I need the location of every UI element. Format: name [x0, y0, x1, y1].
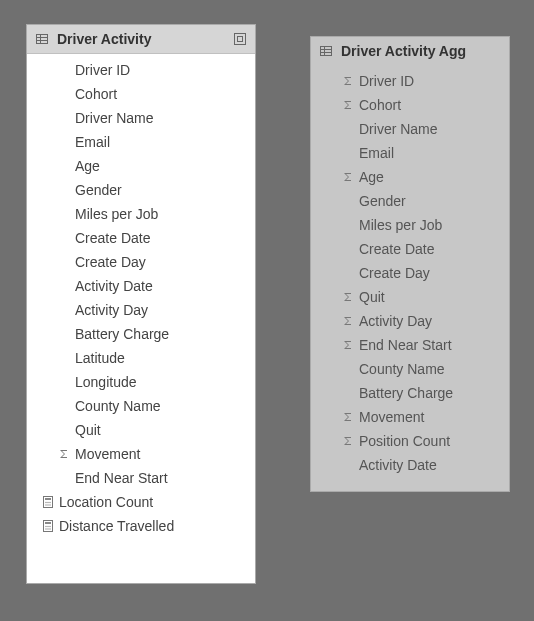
- field-row[interactable]: Create Day: [27, 250, 255, 274]
- field-row[interactable]: Location Count: [27, 490, 255, 514]
- panel-header[interactable]: Driver Activity Agg: [311, 37, 509, 65]
- field-label: Position Count: [359, 432, 499, 451]
- field-row[interactable]: Gender: [27, 178, 255, 202]
- field-label: Email: [75, 133, 245, 152]
- svg-rect-22: [321, 47, 332, 56]
- field-row[interactable]: Latitude: [27, 346, 255, 370]
- field-row[interactable]: Movement: [27, 442, 255, 466]
- table-panel-driver-activity[interactable]: Driver ActivityDriver IDCohortDriver Nam…: [26, 24, 256, 584]
- field-row[interactable]: Quit: [27, 418, 255, 442]
- calculator-icon: [37, 495, 59, 509]
- field-row[interactable]: Miles per Job: [311, 213, 509, 237]
- panel-title: Driver Activity Agg: [341, 43, 501, 59]
- field-label: Battery Charge: [75, 325, 245, 344]
- table-panel-driver-activity-agg[interactable]: Driver Activity AggDriver IDCohortDriver…: [310, 36, 510, 492]
- sigma-icon: [337, 171, 359, 183]
- svg-point-17: [47, 526, 48, 527]
- field-label: Cohort: [75, 85, 245, 104]
- field-label: Activity Date: [75, 277, 245, 296]
- field-label: Longitude: [75, 373, 245, 392]
- field-row[interactable]: County Name: [27, 394, 255, 418]
- field-label: County Name: [359, 360, 499, 379]
- field-label: Gender: [75, 181, 245, 200]
- svg-point-11: [45, 504, 46, 505]
- field-label: Driver ID: [359, 72, 499, 91]
- sigma-icon: [337, 339, 359, 351]
- field-label: Create Date: [359, 240, 499, 259]
- field-row[interactable]: Create Day: [311, 261, 509, 285]
- sigma-icon: [337, 291, 359, 303]
- field-row[interactable]: Activity Date: [311, 453, 509, 477]
- field-label: Activity Date: [359, 456, 499, 475]
- table-icon: [35, 32, 49, 46]
- field-row[interactable]: Battery Charge: [27, 322, 255, 346]
- sigma-icon: [337, 411, 359, 423]
- field-label: Quit: [75, 421, 245, 440]
- svg-point-20: [47, 528, 48, 529]
- field-label: Create Date: [75, 229, 245, 248]
- field-row[interactable]: Age: [311, 165, 509, 189]
- panel-body: Driver IDCohortDriver NameEmailAgeGender…: [27, 54, 255, 550]
- kpi-badge-icon: [233, 32, 247, 46]
- sigma-icon: [337, 99, 359, 111]
- field-label: Driver Name: [359, 120, 499, 139]
- field-label: Create Day: [75, 253, 245, 272]
- sigma-icon: [337, 75, 359, 87]
- field-row[interactable]: End Near Start: [27, 466, 255, 490]
- field-label: Activity Day: [75, 301, 245, 320]
- svg-point-16: [45, 526, 46, 527]
- field-row[interactable]: Gender: [311, 189, 509, 213]
- field-row[interactable]: County Name: [311, 357, 509, 381]
- field-label: Movement: [359, 408, 499, 427]
- field-label: Miles per Job: [75, 205, 245, 224]
- field-row[interactable]: Email: [27, 130, 255, 154]
- field-row[interactable]: Longitude: [27, 370, 255, 394]
- field-label: Location Count: [59, 493, 245, 512]
- sigma-icon: [337, 315, 359, 327]
- svg-point-9: [47, 502, 48, 503]
- svg-rect-7: [45, 498, 51, 500]
- table-icon: [319, 44, 333, 58]
- field-label: End Near Start: [359, 336, 499, 355]
- field-row[interactable]: Cohort: [27, 82, 255, 106]
- field-row[interactable]: Driver ID: [27, 58, 255, 82]
- field-row[interactable]: Activity Day: [27, 298, 255, 322]
- field-row[interactable]: Battery Charge: [311, 381, 509, 405]
- field-row[interactable]: Miles per Job: [27, 202, 255, 226]
- field-label: Email: [359, 144, 499, 163]
- field-label: Age: [75, 157, 245, 176]
- panel-body: Driver IDCohortDriver NameEmailAgeGender…: [311, 65, 509, 489]
- svg-rect-0: [37, 35, 48, 44]
- field-row[interactable]: Position Count: [311, 429, 509, 453]
- field-label: Gender: [359, 192, 499, 211]
- field-row[interactable]: Create Date: [311, 237, 509, 261]
- field-row[interactable]: End Near Start: [311, 333, 509, 357]
- field-row[interactable]: Driver Name: [311, 117, 509, 141]
- svg-point-19: [45, 528, 46, 529]
- field-label: Activity Day: [359, 312, 499, 331]
- field-label: Miles per Job: [359, 216, 499, 235]
- field-label: Driver Name: [75, 109, 245, 128]
- field-row[interactable]: Activity Date: [27, 274, 255, 298]
- sigma-icon: [337, 435, 359, 447]
- field-label: Movement: [75, 445, 245, 464]
- field-row[interactable]: Quit: [311, 285, 509, 309]
- field-row[interactable]: Movement: [311, 405, 509, 429]
- field-row[interactable]: Cohort: [311, 93, 509, 117]
- field-row[interactable]: Age: [27, 154, 255, 178]
- field-label: Cohort: [359, 96, 499, 115]
- svg-point-8: [45, 502, 46, 503]
- field-row[interactable]: Activity Day: [311, 309, 509, 333]
- panel-title: Driver Activity: [57, 31, 227, 47]
- field-row[interactable]: Email: [311, 141, 509, 165]
- calculator-icon: [37, 519, 59, 533]
- field-row[interactable]: Create Date: [27, 226, 255, 250]
- panel-header[interactable]: Driver Activity: [27, 25, 255, 54]
- sigma-icon: [53, 448, 75, 460]
- field-row[interactable]: Driver Name: [27, 106, 255, 130]
- field-row[interactable]: Driver ID: [311, 69, 509, 93]
- field-label: Create Day: [359, 264, 499, 283]
- field-label: Distance Travelled: [59, 517, 245, 536]
- field-label: End Near Start: [75, 469, 245, 488]
- field-row[interactable]: Distance Travelled: [27, 514, 255, 538]
